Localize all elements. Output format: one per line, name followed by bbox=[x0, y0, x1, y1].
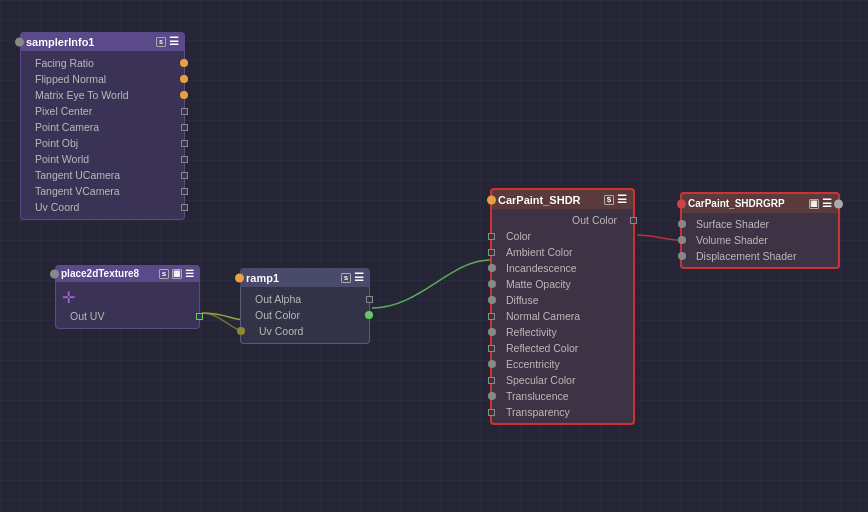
port-surface-shader: Surface Shader bbox=[682, 216, 838, 232]
place-title: place2dTexture8 bbox=[61, 268, 139, 279]
port-translucence: Translucence bbox=[492, 388, 633, 404]
sampler-title: samplerInfo1 bbox=[26, 36, 94, 48]
port-tangent-v: Tangent VCamera bbox=[21, 183, 184, 199]
carpaint-header[interactable]: CarPaint_SHDR $ ☰ bbox=[490, 188, 635, 209]
specular-color-sq bbox=[488, 377, 495, 384]
tangent-v-label: Tangent VCamera bbox=[27, 185, 120, 197]
port-transparency: Transparency bbox=[492, 404, 633, 420]
shdrgrp-title: CarPaint_SHDRGRP bbox=[688, 198, 785, 209]
port-reflected-color: Reflected Color bbox=[492, 340, 633, 356]
facing-ratio-dot bbox=[180, 59, 188, 67]
specular-color-label: Specular Color bbox=[498, 374, 575, 386]
carpaint-body: Out Color Color Ambient Color Incandesce… bbox=[490, 209, 635, 425]
sampler-body: Facing Ratio Flipped Normal Matrix Eye T… bbox=[20, 51, 185, 220]
port-point-world: Point World bbox=[21, 151, 184, 167]
place-left-port bbox=[50, 269, 59, 278]
port-uv-coord: Uv Coord bbox=[21, 199, 184, 215]
place-icon-row: ✛ bbox=[56, 286, 199, 308]
port-carpaint-color: Color bbox=[492, 228, 633, 244]
sampler-menu-icon: ☰ bbox=[169, 35, 179, 48]
port-incandescence: Incandescence bbox=[492, 260, 633, 276]
reflected-color-label: Reflected Color bbox=[498, 342, 578, 354]
shdrgrp-left-port bbox=[677, 199, 686, 208]
port-out-color-ramp: Out Color bbox=[241, 307, 369, 323]
carpaint-left-port bbox=[487, 195, 496, 204]
point-world-sq bbox=[181, 156, 188, 163]
volume-shader-label: Volume Shader bbox=[688, 234, 768, 246]
place-header[interactable]: place2dTexture8 s ▦ ☰ bbox=[55, 265, 200, 282]
ramp-icon1: s bbox=[341, 273, 351, 283]
eccentricity-dot bbox=[488, 360, 496, 368]
sampler-header-icons: s ☰ bbox=[156, 35, 179, 48]
carpaint-out-color-label: Out Color bbox=[572, 214, 627, 226]
port-normal-camera: Normal Camera bbox=[492, 308, 633, 324]
port-point-obj: Point Obj bbox=[21, 135, 184, 151]
port-eccentricity: Eccentricity bbox=[492, 356, 633, 372]
reflectivity-label: Reflectivity bbox=[498, 326, 557, 338]
out-uv-sq bbox=[196, 313, 203, 320]
shdrgrp-header[interactable]: CarPaint_SHDRGRP ▦ ☰ bbox=[680, 192, 840, 213]
matte-opacity-dot bbox=[488, 280, 496, 288]
uv-coord-ramp-dot bbox=[237, 327, 245, 335]
shdrgrp-right-port bbox=[834, 199, 843, 208]
carpaint-icon1: $ bbox=[604, 195, 614, 205]
port-uv-coord-ramp: Uv Coord bbox=[241, 323, 369, 339]
transparency-label: Transparency bbox=[498, 406, 570, 418]
node-sampler: samplerInfo1 s ☰ Facing Ratio Flipped No… bbox=[20, 32, 185, 220]
tangent-v-sq bbox=[181, 188, 188, 195]
ramp-header-icons: s ☰ bbox=[341, 271, 364, 284]
flipped-normal-label: Flipped Normal bbox=[27, 73, 106, 85]
node-carpaint-shdr: CarPaint_SHDR $ ☰ Out Color Color Ambien… bbox=[490, 188, 635, 425]
node-place2dtexture: place2dTexture8 s ▦ ☰ ✛ Out UV bbox=[55, 265, 200, 329]
translucence-label: Translucence bbox=[498, 390, 569, 402]
displacement-shader-label: Displacement Shader bbox=[688, 250, 796, 262]
port-out-uv: Out UV bbox=[56, 308, 199, 324]
matrix-dot bbox=[180, 91, 188, 99]
pixel-center-label: Pixel Center bbox=[27, 105, 92, 117]
shdrgrp-header-icons: ▦ ☰ bbox=[809, 197, 832, 210]
facing-ratio-label: Facing Ratio bbox=[27, 57, 94, 69]
carpaint-color-label: Color bbox=[498, 230, 531, 242]
incandescence-label: Incandescence bbox=[498, 262, 577, 274]
uv-coord-sq bbox=[181, 204, 188, 211]
diffuse-dot bbox=[488, 296, 496, 304]
flipped-normal-dot bbox=[180, 75, 188, 83]
port-tangent-u: Tangent UCamera bbox=[21, 167, 184, 183]
port-specular-color: Specular Color bbox=[492, 372, 633, 388]
transparency-sq bbox=[488, 409, 495, 416]
port-displacement-shader: Displacement Shader bbox=[682, 248, 838, 264]
port-matrix: Matrix Eye To World bbox=[21, 87, 184, 103]
incandescence-dot bbox=[488, 264, 496, 272]
sampler-left-port bbox=[15, 37, 24, 46]
surface-shader-label: Surface Shader bbox=[688, 218, 769, 230]
volume-shader-dot bbox=[678, 236, 686, 244]
sampler-header[interactable]: samplerInfo1 s ☰ bbox=[20, 32, 185, 51]
matrix-label: Matrix Eye To World bbox=[27, 89, 129, 101]
surface-shader-dot bbox=[678, 220, 686, 228]
ramp-menu-icon: ☰ bbox=[354, 271, 364, 284]
matte-opacity-label: Matte Opacity bbox=[498, 278, 571, 290]
uv-coord-ramp-label: Uv Coord bbox=[247, 325, 303, 337]
out-alpha-sq bbox=[366, 296, 373, 303]
carpaint-menu-icon: ☰ bbox=[617, 193, 627, 206]
ramp-header[interactable]: ramp1 s ☰ bbox=[240, 268, 370, 287]
port-reflectivity: Reflectivity bbox=[492, 324, 633, 340]
place-uv-icon: ✛ bbox=[62, 288, 75, 307]
shdrgrp-icon1: ▦ bbox=[809, 199, 819, 209]
uv-coord-label: Uv Coord bbox=[27, 201, 79, 213]
carpaint-title: CarPaint_SHDR bbox=[498, 194, 581, 206]
ramp-left-port bbox=[235, 273, 244, 282]
tangent-u-sq bbox=[181, 172, 188, 179]
port-ambient-color: Ambient Color bbox=[492, 244, 633, 260]
shdrgrp-body: Surface Shader Volume Shader Displacemen… bbox=[680, 213, 840, 269]
port-flipped-normal: Flipped Normal bbox=[21, 71, 184, 87]
sampler-icon1: s bbox=[156, 37, 166, 47]
carpaint-out-color-sq bbox=[630, 217, 637, 224]
node-carpaint-shdrgrp: CarPaint_SHDRGRP ▦ ☰ Surface Shader Volu… bbox=[680, 192, 840, 269]
port-volume-shader: Volume Shader bbox=[682, 232, 838, 248]
ambient-color-sq bbox=[488, 249, 495, 256]
ramp-title: ramp1 bbox=[246, 272, 279, 284]
carpaint-header-icons: $ ☰ bbox=[604, 193, 627, 206]
point-camera-sq bbox=[181, 124, 188, 131]
translucence-dot bbox=[488, 392, 496, 400]
